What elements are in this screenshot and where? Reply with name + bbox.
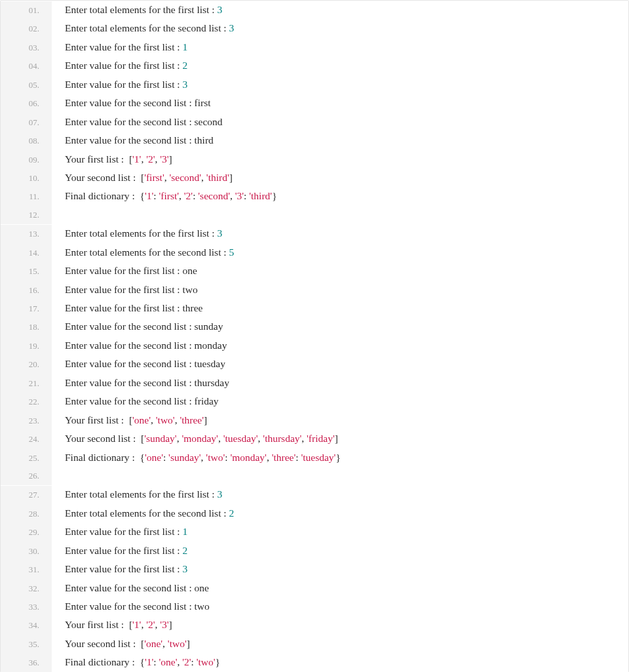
token-plain: ,: [141, 153, 146, 165]
line-content: Enter value for the second list : second: [52, 113, 628, 131]
code-line: 36.Final dictionary : {'1': 'one', '2': …: [1, 653, 628, 671]
token-plain: ,: [151, 414, 156, 425]
line-number: 06.: [1, 94, 52, 113]
token-str: 'sunday': [144, 433, 177, 444]
code-line: 27.Enter total elements for the first li…: [1, 485, 628, 504]
token-plain: Enter value for the second list : thursd…: [65, 377, 229, 388]
token-plain: Enter value for the first list :: [65, 60, 183, 71]
code-line: 12.: [1, 206, 628, 224]
line-content: Final dictionary : {'1': 'one', '2': 'tw…: [52, 653, 628, 671]
token-plain: Enter value for the second list : monday: [65, 340, 227, 351]
token-str: 'tuesday': [223, 433, 258, 444]
code-line: 35.Your second list : ['one', 'two']: [1, 635, 628, 653]
token-plain: Final dictionary : {: [65, 190, 145, 201]
token-str: '2': [182, 656, 191, 667]
code-line: 15.Enter value for the first list : one: [1, 262, 628, 280]
token-str: 'third': [206, 172, 229, 183]
token-plain: ,: [141, 619, 146, 630]
token-str: 'monday': [181, 433, 218, 444]
token-plain: ,: [179, 190, 184, 201]
token-plain: ]: [335, 433, 338, 444]
line-number: 16.: [1, 281, 52, 300]
token-str: '2': [146, 153, 155, 165]
line-number: 18.: [1, 318, 52, 336]
token-plain: Final dictionary : {: [65, 452, 145, 463]
line-number: 29.: [1, 523, 52, 542]
token-str: '1': [145, 656, 153, 667]
line-number: 07.: [1, 113, 52, 132]
code-line: 20.Enter value for the second list : tue…: [1, 355, 628, 373]
token-plain: ]: [169, 153, 172, 165]
token-plain: Enter value for the first list : two: [65, 284, 198, 295]
token-plain: Enter value for the second list : sunday: [65, 321, 223, 332]
line-number: 21.: [1, 374, 52, 393]
token-plain: Enter value for the first list :: [65, 526, 183, 537]
code-line: 14.Enter total elements for the second l…: [1, 243, 628, 262]
token-str: 'two': [156, 414, 175, 425]
token-plain: Enter value for the first list : one: [65, 265, 197, 276]
token-num: 2: [229, 507, 235, 519]
token-plain: Enter total elements for the first list …: [65, 488, 217, 500]
line-content: Enter value for the first list : 2: [52, 56, 628, 75]
line-number: 23.: [1, 412, 52, 430]
token-plain: Enter value for the second list : first: [65, 97, 211, 108]
line-content: Enter value for the first list : 3: [52, 560, 628, 578]
line-content: Enter value for the first list : 1: [52, 523, 628, 541]
line-content: Enter total elements for the first list …: [52, 1, 628, 19]
token-str: 'monday': [230, 452, 267, 463]
token-str: 'two': [197, 656, 216, 667]
token-str: 'one': [144, 638, 162, 649]
token-str: '3': [160, 153, 168, 165]
line-number: 31.: [1, 561, 52, 579]
code-line: 24.Your second list : ['sunday', 'monday…: [1, 429, 628, 448]
token-plain: ,: [162, 638, 168, 649]
code-line: 10.Your second list : ['first', 'second'…: [1, 168, 628, 187]
code-line: 26.: [1, 467, 628, 485]
line-content: Enter value for the second list : monday: [52, 336, 628, 355]
line-content: Enter total elements for the second list…: [52, 504, 628, 523]
token-plain: Enter value for the second list : two: [65, 601, 210, 612]
line-content: Enter total elements for the first list …: [52, 224, 628, 243]
code-line: 17.Enter value for the first list : thre…: [1, 299, 628, 317]
token-plain: }: [216, 656, 220, 667]
token-num: 2: [183, 545, 188, 556]
line-number: 27.: [1, 486, 52, 504]
token-plain: Enter total elements for the first list …: [65, 227, 217, 239]
token-plain: Your first list : [: [65, 619, 132, 630]
line-content: Enter total elements for the second list…: [52, 243, 628, 262]
token-plain: Your first list : [: [65, 414, 132, 425]
line-number: 15.: [1, 262, 52, 281]
token-plain: ,: [218, 433, 223, 444]
code-line: 31.Enter value for the first list : 3: [1, 560, 628, 578]
token-plain: Your first list : [: [65, 153, 132, 165]
line-content: Enter value for the first list : 2: [52, 542, 628, 560]
token-str: 'one': [159, 656, 177, 667]
code-line: 23.Your first list : ['one', 'two', 'thr…: [1, 411, 628, 429]
code-line: 07.Enter value for the second list : sec…: [1, 113, 628, 131]
code-line: 13.Enter total elements for the first li…: [1, 224, 628, 243]
line-content: Enter value for the second list : one: [52, 579, 628, 597]
line-number: 24.: [1, 430, 52, 448]
line-content: Final dictionary : {'one': 'sunday', 'tw…: [52, 448, 628, 467]
token-num: 1: [183, 526, 188, 537]
token-plain: }: [272, 190, 276, 201]
token-str: 'sunday': [168, 452, 201, 463]
token-str: 'two': [206, 452, 225, 463]
token-plain: Your second list : [: [65, 433, 144, 444]
line-content: Enter value for the second list : friday: [52, 392, 628, 410]
token-str: 'friday': [307, 433, 335, 444]
token-plain: }: [335, 452, 340, 463]
token-str: 'two': [168, 638, 187, 649]
token-plain: :: [163, 452, 168, 463]
line-number: 20.: [1, 355, 52, 374]
token-str: 'three': [180, 414, 204, 425]
token-num: 3: [183, 563, 188, 574]
token-str: 'one': [145, 452, 163, 463]
line-number: 01.: [1, 1, 52, 20]
line-content: Enter value for the second list : tuesda…: [52, 355, 628, 373]
token-str: '2': [146, 619, 155, 630]
line-number: 33.: [1, 598, 52, 616]
token-plain: Enter value for the first list : three: [65, 302, 202, 313]
code-line: 28.Enter total elements for the second l…: [1, 504, 628, 523]
line-content: Your first list : ['1', '2', '3']: [52, 616, 628, 634]
